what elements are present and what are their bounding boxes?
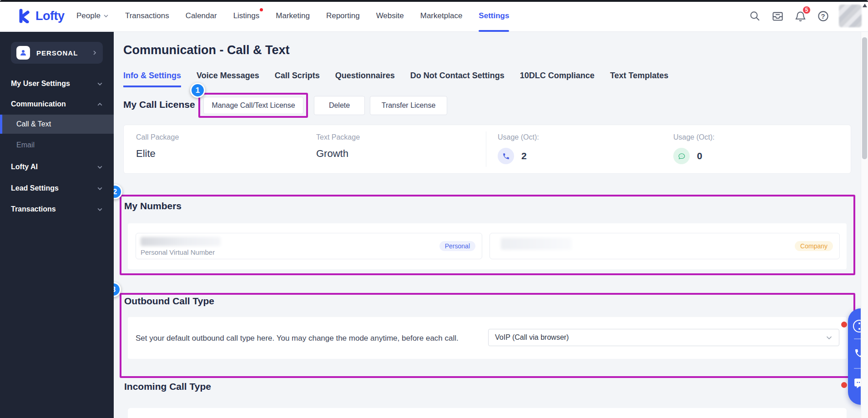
manage-call-text-license-button[interactable]: Manage Call/Text License (203, 97, 303, 114)
chevron-up-icon (97, 101, 103, 107)
sidebar-item-call-and-text[interactable]: Call & Text (0, 115, 114, 134)
sidebar-item-lofty-ai[interactable]: Lofty AI (0, 158, 114, 176)
notification-count-badge: 5 (802, 5, 811, 15)
widget-notification-dot (841, 382, 847, 388)
sidebar-item-lead-settings[interactable]: Lead Settings (0, 179, 114, 197)
chevron-down-icon (826, 334, 833, 341)
brand-name: Lofty (35, 9, 64, 23)
search-icon[interactable] (748, 9, 762, 23)
scroll-up-arrow[interactable] (863, 4, 867, 7)
card-divider (486, 131, 486, 167)
inbox-icon[interactable] (771, 9, 784, 23)
sidebar-item-transactions[interactable]: Transactions (0, 200, 114, 218)
nav-item-transactions[interactable]: Transactions (125, 0, 169, 32)
help-glyph: ? (821, 12, 825, 20)
chevron-down-icon (97, 186, 103, 191)
lofty-logo-icon (17, 9, 32, 23)
personal-badge: Personal (439, 241, 475, 251)
outbound-section-heading: Outbound Call Type (124, 296, 214, 307)
chevron-down-icon (97, 164, 103, 170)
call-usage-label: Usage (Oct): (498, 133, 539, 141)
annotation-step-1-badge: 1 (190, 83, 205, 98)
redacted-phone-number (501, 238, 572, 250)
text-usage-label: Usage (Oct): (673, 133, 715, 141)
nav-item-website[interactable]: Website (376, 0, 404, 32)
nav-item-marketplace[interactable]: Marketplace (420, 0, 463, 32)
main-content: Communication - Call & Text Info & Setti… (114, 32, 861, 418)
call-package-label: Call Package (136, 133, 179, 141)
nav-item-settings[interactable]: Settings (479, 0, 509, 32)
phone-icon (498, 148, 514, 164)
tab-bar: Info & Settings Voice Messages Call Scri… (123, 71, 668, 87)
numbers-panel: Personal Virtual Number Personal Company (128, 223, 847, 269)
workspace-label: PERSONAL (36, 49, 92, 57)
top-bar: Lofty People Transactions Calendar Listi… (0, 0, 868, 32)
nav-item-people[interactable]: People (76, 0, 109, 32)
window-top-edge (0, 0, 868, 2)
text-package-label: Text Package (316, 133, 360, 141)
user-avatar[interactable] (839, 5, 862, 27)
nav-item-calendar[interactable]: Calendar (186, 0, 217, 32)
tab-voice-messages[interactable]: Voice Messages (197, 71, 259, 87)
license-section-heading: My Call License (123, 99, 195, 110)
notifications-bell-icon[interactable]: 5 (793, 9, 807, 23)
company-number-card: Company (490, 233, 840, 259)
numbers-section-heading: My Numbers (124, 201, 182, 212)
call-usage-value: 2 (521, 151, 527, 161)
nav-item-marketing[interactable]: Marketing (276, 0, 310, 32)
message-icon (673, 148, 690, 164)
app-window: Lofty People Transactions Calendar Listi… (0, 0, 868, 418)
nav-item-reporting[interactable]: Reporting (326, 0, 360, 32)
license-summary-card: Call Package Elite Text Package Growth U… (123, 125, 851, 174)
delete-button[interactable]: Delete (314, 96, 365, 115)
page-scrollbar[interactable] (861, 32, 868, 418)
tab-call-scripts[interactable]: Call Scripts (275, 71, 320, 87)
sidebar-item-email[interactable]: Email (0, 136, 114, 155)
tab-text-templates[interactable]: Text Templates (610, 71, 668, 87)
outbound-description: Set your default outbound call type here… (136, 334, 459, 343)
listings-notification-dot (260, 8, 263, 11)
help-icon[interactable]: ? (816, 9, 830, 23)
personal-number-card: Personal Virtual Number Personal (136, 233, 482, 259)
selected-option-label: VoIP (Call via browser) (495, 333, 569, 342)
call-package-value: Elite (136, 148, 156, 160)
transfer-license-button[interactable]: Transfer License (370, 96, 447, 115)
scrollbar-thumb[interactable] (862, 37, 867, 159)
tab-10dlc-compliance[interactable]: 10DLC Compliance (520, 71, 595, 87)
company-badge: Company (795, 241, 833, 251)
settings-sidebar: PERSONAL My User Settings Communication … (0, 32, 114, 418)
redacted-phone-number (141, 237, 221, 246)
sidebar-item-communication[interactable]: Communication (0, 95, 114, 113)
widget-notification-dot (841, 322, 847, 327)
tab-do-not-contact-settings[interactable]: Do Not Contact Settings (410, 71, 505, 87)
lofty-logo[interactable]: Lofty (17, 0, 64, 32)
sidebar-item-my-user-settings[interactable]: My User Settings (0, 75, 114, 93)
chevron-down-icon (97, 206, 103, 212)
outbound-panel: Set your default outbound call type here… (128, 317, 847, 359)
person-icon (16, 46, 30, 60)
chevron-down-icon (97, 81, 103, 87)
number-description: Personal Virtual Number (141, 248, 215, 256)
incoming-panel (128, 408, 847, 418)
workspace-selector[interactable]: PERSONAL (11, 42, 103, 64)
page-title: Communication - Call & Text (123, 43, 290, 57)
chevron-right-icon (92, 50, 97, 55)
tab-info-settings[interactable]: Info & Settings (123, 71, 181, 87)
text-usage-value: 0 (697, 151, 702, 161)
chevron-down-icon (103, 13, 109, 19)
tab-questionnaires[interactable]: Questionnaires (335, 71, 395, 87)
incoming-section-heading: Incoming Call Type (124, 381, 211, 392)
top-bar-actions: 5 ? (748, 0, 862, 32)
outbound-call-type-select[interactable]: VoIP (Call via browser) (488, 329, 839, 346)
text-package-value: Growth (316, 148, 348, 160)
main-navigation: People Transactions Calendar Listings Ma… (76, 0, 509, 32)
nav-item-listings[interactable]: Listings (233, 0, 260, 32)
